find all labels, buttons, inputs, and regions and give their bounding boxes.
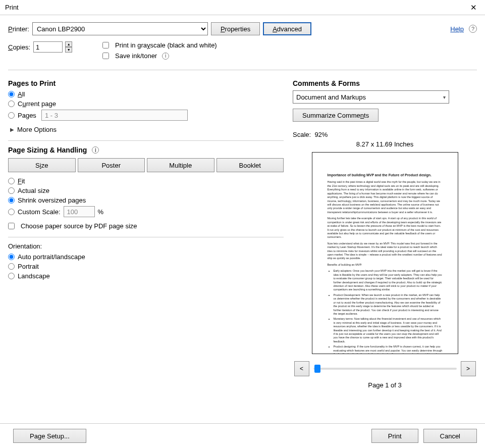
radio-all[interactable] (8, 91, 15, 97)
triangle-right-icon: ▶ (10, 127, 14, 132)
print-button[interactable]: Print (371, 429, 418, 443)
radio-fit-label: Fit (18, 177, 25, 185)
radio-current[interactable] (8, 101, 15, 107)
radio-all-label: All (18, 90, 25, 98)
printer-select[interactable]: Canon LBP2900 (32, 22, 208, 35)
copies-down[interactable]: ▼ (65, 47, 72, 53)
page-preview: Importance of building MVP and the Futur… (312, 152, 458, 354)
more-options-label: More Options (17, 126, 57, 133)
page-setup-button[interactable]: Page Setup... (13, 429, 86, 443)
radio-actual-label: Actual size (18, 187, 49, 194)
radio-landscape[interactable] (8, 273, 15, 279)
comments-dropdown[interactable]: Document and Markups ▾ (293, 90, 449, 104)
radio-fit[interactable] (8, 178, 15, 184)
saveink-checkbox[interactable] (102, 53, 109, 59)
multiple-button[interactable]: Multiple (147, 158, 214, 172)
slider-thumb[interactable] (314, 365, 320, 373)
poster-button[interactable]: Poster (78, 158, 145, 172)
comments-title: Comments & Forms (293, 79, 477, 87)
copies-label: Copies: (8, 43, 30, 51)
page-indicator: Page 1 of 3 (293, 381, 477, 389)
booklet-button[interactable]: Booklet (217, 158, 284, 172)
help-link[interactable]: Help (450, 25, 464, 33)
radio-landscape-label: Landscape (18, 272, 50, 280)
info-icon[interactable]: i (92, 146, 99, 154)
percent-label: % (98, 208, 104, 216)
sizing-title: Page Sizing & Handling i (8, 146, 284, 154)
scale-label: Scale: (293, 131, 311, 138)
page-slider[interactable] (313, 368, 457, 370)
more-options-toggle[interactable]: ▶ More Options (10, 126, 284, 133)
next-page-button[interactable]: > (461, 361, 476, 376)
radio-portrait-label: Portrait (18, 263, 39, 270)
custom-scale-input[interactable] (64, 206, 95, 217)
choose-source-checkbox[interactable] (8, 223, 15, 229)
info-icon[interactable]: i (162, 53, 169, 60)
summarize-button[interactable]: Summarize Comments (293, 109, 379, 122)
radio-pages-label: Pages (18, 112, 36, 119)
radio-custom-label: Custom Scale: (18, 208, 61, 216)
chevron-down-icon: ▾ (443, 94, 446, 100)
radio-shrink[interactable] (8, 197, 15, 204)
radio-current-label: Current page (18, 100, 56, 108)
advanced-button[interactable]: Advanced (263, 22, 311, 35)
orientation-title: Orientation: (8, 242, 284, 250)
grayscale-checkbox[interactable] (102, 42, 109, 48)
copies-input[interactable] (33, 41, 63, 53)
size-button[interactable]: Size (8, 158, 76, 172)
pages-to-print-title: Pages to Print (8, 79, 284, 87)
radio-pages[interactable] (8, 112, 15, 119)
cancel-button[interactable]: Cancel (423, 429, 477, 443)
saveink-label: Save ink/toner (115, 52, 157, 60)
help-icon[interactable]: ? (469, 25, 477, 33)
copies-up[interactable]: ▲ (65, 41, 72, 47)
radio-portrait[interactable] (8, 263, 15, 270)
close-icon[interactable]: ✕ (467, 2, 480, 13)
radio-custom[interactable] (8, 209, 15, 215)
scale-value: 92% (314, 131, 328, 138)
window-title: Print (5, 4, 19, 11)
grayscale-label: Print in grayscale (black and white) (115, 41, 217, 49)
comments-dropdown-value: Document and Markups (296, 93, 366, 101)
choose-source-label: Choose paper source by PDF page size (21, 222, 137, 230)
pages-range-input[interactable] (41, 110, 188, 121)
radio-shrink-label: Shrink oversized pages (18, 196, 86, 204)
radio-auto-orient[interactable] (8, 254, 15, 260)
properties-button[interactable]: Properties (211, 22, 260, 35)
page-dimensions: 8.27 x 11.69 Inches (293, 140, 477, 148)
radio-auto-orient-label: Auto portrait/landscape (18, 253, 85, 261)
prev-page-button[interactable]: < (294, 361, 309, 376)
printer-label: Printer: (8, 25, 29, 33)
radio-actual[interactable] (8, 187, 15, 194)
